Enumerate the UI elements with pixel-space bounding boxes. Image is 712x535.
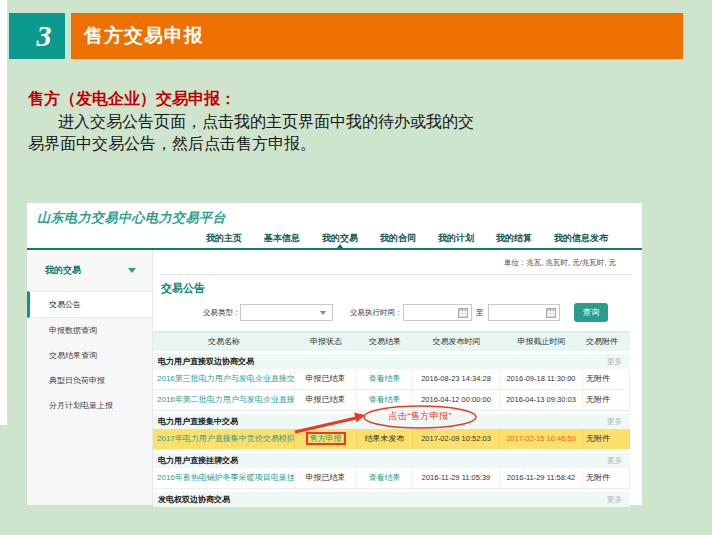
page-title: 交易公告 [161,281,205,296]
filter-bar: 交易类型： 交易执行时间： 至 查询 [153,303,642,323]
declare-status-cell: 申报已结束 [295,369,357,389]
group-title: 电力用户直接挂牌交易 [158,453,238,468]
group-row-3: 发电权双边协商交易更多 [153,492,630,507]
trade-name-link[interactable]: 2016第三批电力用户与发电企业直接交易 [157,374,295,383]
more-link[interactable]: 更多 [607,414,622,429]
more-link[interactable]: 更多 [607,492,622,507]
view-result-link[interactable]: 查看结果 [369,395,401,404]
group-title: 电力用户直接双边协商交易 [158,354,254,369]
sidebar-item-3[interactable]: 典型日负荷申报 [27,368,152,393]
deadline-cell: 2017-02-15 10:46:59 [500,429,583,449]
column-header-3: 交易发布时间 [413,333,500,351]
publish-time-cell: 2016-11-29 11:05:39 [413,468,500,488]
column-header-4: 申报截止时间 [500,333,583,351]
group-row-2: 电力用户直接挂牌交易更多 [153,453,630,468]
nav-item-1[interactable]: 基本信息 [264,232,300,245]
table-row: 2017年电力用户直接集中竞价交易模拟测试售方申报结果未发布2017-02-09… [153,429,630,450]
main-content: 单位：兆瓦, 兆瓦时, 元/兆瓦时, 元 交易公告 交易类型： 交易执行时间： … [153,250,642,505]
slide-number: 3 [37,19,52,53]
to-label: 至 [476,308,484,318]
publish-time-cell: 2017-02-09 10:52:03 [413,429,500,449]
attachment-cell: 无附件 [583,369,630,389]
trade-name-link[interactable]: 2016年第二批电力用户与发电企业直接交易 [157,395,295,404]
sidebar-item-0[interactable]: 交易公告 [27,291,152,318]
declare-status-cell: 申报已结束 [295,468,357,488]
column-header-2: 交易结果 [357,333,413,351]
group-row-1: 电力用户直接集中交易更多 [153,414,630,429]
declare-status-cell: 售方申报 [295,429,357,449]
attachment-cell: 无附件 [583,468,630,488]
view-result-link[interactable]: 查看结果 [369,473,401,482]
publish-time-cell: 2016-04-12 00:00:00 [413,390,500,410]
search-button[interactable]: 查询 [574,303,608,322]
trade-name-link[interactable]: 2016年蓄热电锅炉冬季采暖项目电量挂牌交 [157,473,295,482]
nav-item-6[interactable]: 我的信息发布 [554,232,608,245]
announcement-table: 交易名称申报状态交易结果交易发布时间申报截止时间交易附件 电力用户直接双边协商交… [153,331,630,507]
top-nav: 我的主页基本信息我的交易我的合同我的计划我的结算我的信息发布 [206,232,608,245]
exec-time-from-input[interactable] [403,304,472,321]
declare-status-cell: 申报已结束 [295,390,357,410]
table-row: 2016年蓄热电锅炉冬季采暖项目电量挂牌交申报已结束查看结果2016-11-29… [153,468,630,489]
calendar-icon[interactable] [458,308,468,318]
slide-title: 售方交易申报 [84,25,204,46]
chevron-down-icon [320,311,326,315]
slide-edge [0,0,7,425]
trade-result-cell: 结果未发布 [357,429,413,449]
trade-name-link[interactable]: 2017年电力用户直接集中竞价交易模拟测试 [157,434,295,443]
deadline-cell: 2016-09-18 11:30:00 [500,369,583,389]
table-row: 2016年第二批电力用户与发电企业直接交易申报已结束查看结果2016-04-12… [153,390,630,411]
attachment-cell: 无附件 [583,429,630,449]
deadline-cell: 2016-11-29 11:58:42 [500,468,583,488]
column-header-0: 交易名称 [153,333,295,351]
sidebar-item-2[interactable]: 交易结果查询 [27,343,152,368]
attachment-cell: 无附件 [583,390,630,410]
unit-note: 单位：兆瓦, 兆瓦时, 元/兆瓦时, 元 [504,258,616,268]
nav-item-4[interactable]: 我的计划 [438,232,474,245]
sidebar: 我的交易 交易公告申报数据查询交易结果查询典型日负荷申报分月计划电量上报 [27,250,153,505]
more-link[interactable]: 更多 [607,354,622,369]
deadline-cell: 2016-04-13 09:30:03 [500,390,583,410]
view-result-link[interactable]: 查看结果 [369,374,401,383]
trade-result-cell: 查看结果 [357,369,413,389]
trade-result-cell: 查看结果 [357,468,413,488]
group-row-0: 电力用户直接双边协商交易更多 [153,354,630,369]
instruction-text: 进入交易公告页面，点击我的主页界面中我的待办或我的交易界面中交易公告，然后点击售… [28,111,486,155]
dotted-separator [161,274,632,275]
platform-logo-title: 山东电力交易中心电力交易平台 [37,209,226,227]
exec-time-label: 交易执行时间： [350,308,403,318]
section-heading: 售方（发电企业）交易申报： [28,89,236,110]
trade-type-select[interactable] [240,304,333,321]
column-header-5: 交易附件 [583,333,630,351]
sidebar-header-label: 我的交易 [45,265,81,275]
table-header-row: 交易名称申报状态交易结果交易发布时间申报截止时间交易附件 [153,333,630,351]
trade-name-cell: 2016年蓄热电锅炉冬季采暖项目电量挂牌交 [153,468,295,488]
column-header-1: 申报状态 [295,333,357,351]
slide: 3 售方交易申报 售方（发电企业）交易申报： 进入交易公告页面，点击我的主页界面… [0,0,712,535]
trade-name-cell: 2016第三批电力用户与发电企业直接交易 [153,369,295,389]
trade-name-cell: 2017年电力用户直接集中竞价交易模拟测试 [153,429,295,449]
group-title: 电力用户直接集中交易 [158,414,238,429]
sidebar-item-4[interactable]: 分月计划电量上报 [27,393,152,418]
trade-result-cell: 查看结果 [357,390,413,410]
more-link[interactable]: 更多 [607,453,622,468]
table-row: 2016第三批电力用户与发电企业直接交易申报已结束查看结果2016-08-23 … [153,369,630,390]
slide-title-banner: 售方交易申报 [71,13,683,59]
nav-item-5[interactable]: 我的结算 [496,232,532,245]
seller-declare-link[interactable]: 售方申报 [306,432,346,445]
nav-item-2[interactable]: 我的交易 [322,232,358,245]
publish-time-cell: 2016-08-23 14:34:28 [413,369,500,389]
chevron-down-icon [128,268,136,273]
sidebar-items: 交易公告申报数据查询交易结果查询典型日负荷申报分月计划电量上报 [27,291,152,418]
nav-item-0[interactable]: 我的主页 [206,232,242,245]
trade-name-cell: 2016年第二批电力用户与发电企业直接交易 [153,390,295,410]
sidebar-header[interactable]: 我的交易 [27,250,152,277]
platform-screenshot: 山东电力交易中心电力交易平台 我的主页基本信息我的交易我的合同我的计划我的结算我… [27,203,642,505]
exec-time-to-input[interactable] [488,304,560,321]
slide-number-box: 3 [9,13,65,59]
group-title: 发电权双边协商交易 [158,492,230,507]
calendar-icon[interactable] [546,308,556,318]
sidebar-item-1[interactable]: 申报数据查询 [27,318,152,343]
trade-type-label: 交易类型： [203,308,241,318]
nav-item-3[interactable]: 我的合同 [380,232,416,245]
